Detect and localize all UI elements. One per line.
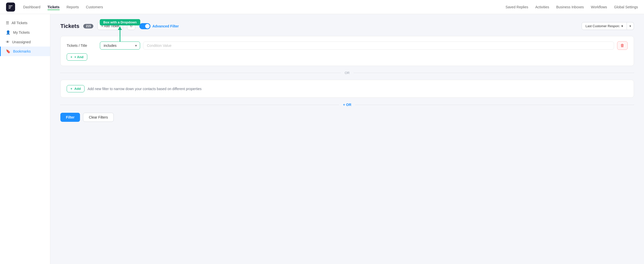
sort-button[interactable]: Last Customer Respon: ▾ bbox=[582, 22, 627, 30]
app-logo bbox=[6, 3, 15, 12]
advanced-filter-toggle[interactable] bbox=[139, 23, 150, 29]
nav-global-settings[interactable]: Global Settings bbox=[614, 4, 638, 10]
clear-filters-button[interactable]: Clear Filters bbox=[83, 113, 113, 122]
list-icon: ☰ bbox=[6, 21, 9, 25]
trash-icon: 🗑 bbox=[620, 43, 624, 48]
nav-customers[interactable]: Customers bbox=[86, 4, 103, 10]
or-add-divider: + OR bbox=[60, 103, 634, 107]
filter-row-1: Tickets / Title Box with a Dropdown incl… bbox=[67, 41, 628, 50]
sidebar-label-all-tickets: All Tickets bbox=[12, 21, 27, 25]
condition-select: includes bbox=[100, 42, 140, 50]
or-text: OR bbox=[345, 71, 350, 75]
top-nav: Dashboard Tickets Reports Customers Save… bbox=[0, 0, 644, 14]
advanced-filter-toggle-wrap: Advanced Filter bbox=[139, 23, 179, 29]
sidebar-label-my-tickets: My Tickets bbox=[13, 30, 30, 34]
sort-dropdown: Last Customer Respon: ▾ ▾ bbox=[582, 22, 634, 30]
toggle-knob bbox=[145, 24, 150, 28]
advanced-filter-label: Advanced Filter bbox=[152, 24, 179, 28]
condition-value-input[interactable] bbox=[143, 42, 614, 50]
nav-dashboard[interactable]: Dashboard bbox=[23, 4, 41, 10]
bookmark-icon: 🔖 bbox=[6, 49, 11, 54]
filter-field-label: Tickets / Title bbox=[67, 44, 97, 48]
nav-workflows[interactable]: Workflows bbox=[591, 4, 607, 10]
refresh-icon: ↻ bbox=[130, 24, 133, 28]
sort-label: Last Customer Respon: bbox=[585, 24, 620, 28]
filter-card-1: Tickets / Title Box with a Dropdown incl… bbox=[60, 36, 634, 66]
nav-left: Dashboard Tickets Reports Customers bbox=[23, 4, 497, 10]
or-add-button[interactable]: + OR bbox=[343, 103, 351, 107]
nav-business-inboxes[interactable]: Business Inboxes bbox=[556, 4, 584, 10]
condition-value: includes bbox=[104, 44, 116, 48]
sidebar: ☰ All Tickets 👤 My Tickets 👁 Unassigned … bbox=[0, 14, 50, 264]
nav-tickets[interactable]: Tickets bbox=[48, 4, 60, 10]
user-icon: 👤 bbox=[6, 30, 11, 35]
sidebar-item-all-tickets[interactable]: ☰ All Tickets bbox=[0, 18, 50, 28]
delete-filter-button[interactable]: 🗑 bbox=[617, 41, 628, 50]
plus-icon-2: + bbox=[70, 87, 72, 91]
plus-icon: + bbox=[70, 55, 72, 59]
refresh-button[interactable]: ↻ bbox=[127, 22, 135, 30]
add-filter-button[interactable]: + Add bbox=[67, 85, 85, 92]
main-content: Tickets 215 + Add Ticket ↻ Advanced Filt… bbox=[50, 14, 644, 264]
and-label: + And bbox=[74, 55, 84, 59]
and-button[interactable]: + + And bbox=[67, 53, 87, 61]
page-header: Tickets 215 + Add Ticket ↻ Advanced Filt… bbox=[60, 22, 634, 30]
condition-dropdown-wrap: Box with a Dropdown includes bbox=[100, 42, 140, 50]
add-filter-description: Add new filter to narrow down your conta… bbox=[88, 87, 202, 91]
add-filter-card: + Add Add new filter to narrow down your… bbox=[60, 80, 634, 98]
sidebar-item-my-tickets[interactable]: 👤 My Tickets bbox=[0, 28, 50, 37]
page-title: Tickets bbox=[60, 23, 79, 29]
app-body: ☰ All Tickets 👤 My Tickets 👁 Unassigned … bbox=[0, 14, 644, 264]
condition-dropdown-button[interactable]: includes bbox=[100, 42, 140, 50]
filter-button[interactable]: Filter bbox=[60, 113, 80, 122]
nav-activities[interactable]: Activities bbox=[535, 4, 549, 10]
eye-icon: 👁 bbox=[6, 40, 10, 44]
or-divider: OR bbox=[60, 71, 634, 75]
nav-right: Saved Replies Activities Business Inboxe… bbox=[505, 4, 638, 10]
sidebar-label-unassigned: Unassigned bbox=[12, 40, 31, 44]
sort-extra-chevron-button[interactable]: ▾ bbox=[627, 22, 634, 30]
sort-chevron-icon: ▾ bbox=[621, 24, 623, 28]
ticket-count-badge: 215 bbox=[83, 24, 93, 28]
nav-reports[interactable]: Reports bbox=[67, 4, 79, 10]
sidebar-item-bookmarks[interactable]: 🔖 Bookmarks bbox=[0, 47, 50, 56]
chevron-down-icon: ▾ bbox=[629, 24, 631, 28]
action-buttons: Filter Clear Filters bbox=[60, 113, 634, 122]
nav-saved-replies[interactable]: Saved Replies bbox=[505, 4, 528, 10]
sidebar-item-unassigned[interactable]: 👁 Unassigned bbox=[0, 37, 50, 47]
add-ticket-button[interactable]: + Add Ticket bbox=[97, 22, 123, 30]
add-label: Add bbox=[74, 87, 81, 91]
sidebar-label-bookmarks: Bookmarks bbox=[13, 49, 31, 53]
